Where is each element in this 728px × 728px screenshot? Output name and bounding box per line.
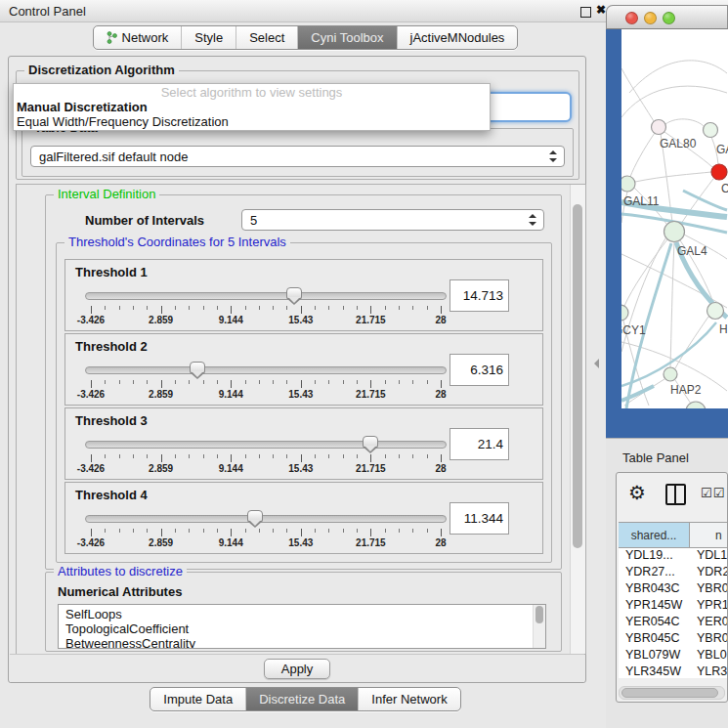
network-node[interactable]: [621, 305, 628, 321]
cell-name[interactable]: YBL0: [689, 648, 727, 664]
dropdown-option-equal-width[interactable]: Equal Width/Frequency Discretization: [14, 114, 490, 129]
table-row[interactable]: YBR043CYBR0: [619, 581, 727, 598]
list-scrollbar-thumb[interactable]: [535, 606, 543, 623]
tab-style[interactable]: Style: [181, 26, 236, 49]
numerical-attributes-list[interactable]: SelfLoopsTopologicalCoefficientBetweenne…: [58, 604, 546, 649]
threshold-slider[interactable]: [85, 436, 447, 453]
network-node[interactable]: [686, 402, 706, 408]
cell-shared-name[interactable]: YLR345W: [619, 664, 689, 678]
cell-shared-name[interactable]: YPR145W: [619, 598, 689, 615]
network-node[interactable]: [711, 164, 727, 180]
list-scrollbar[interactable]: [533, 605, 545, 648]
slider-track[interactable]: [85, 366, 447, 374]
threshold-value-field[interactable]: 14.713: [450, 279, 509, 312]
network-node[interactable]: [664, 367, 677, 381]
network-node[interactable]: [707, 303, 724, 320]
settings-gear-icon[interactable]: ⚙: [628, 481, 646, 504]
table-panel: Table Panel ⚙ ☑☑ shared... n YDL19...YDL…: [606, 438, 728, 728]
split-view-icon[interactable]: [665, 484, 686, 505]
network-node[interactable]: [652, 120, 666, 135]
cell-name[interactable]: YLR3: [689, 664, 727, 678]
number-of-intervals-value: 5: [250, 213, 257, 228]
threshold-slider[interactable]: [85, 362, 447, 379]
network-canvas[interactable]: GAL80GACGAL11GAL4GCY1HHAP2: [621, 29, 728, 408]
table-horizontal-scrollbar-thumb[interactable]: [621, 688, 718, 698]
attributes-panel: Attributes to discretize Numerical Attri…: [45, 572, 562, 652]
table-row[interactable]: YLR345WYLR3: [619, 664, 727, 678]
network-node[interactable]: [704, 123, 718, 138]
cell-name[interactable]: YDR2: [689, 565, 727, 581]
slider-thumb[interactable]: [247, 510, 263, 522]
column-header-name[interactable]: n: [690, 523, 727, 547]
cell-shared-name[interactable]: YBR045C: [619, 631, 689, 648]
panel-divider-arrow[interactable]: [594, 359, 599, 368]
float-window-icon[interactable]: [580, 7, 591, 18]
thresholds-panel: Threshold's Coordinates for 5 Intervals …: [56, 242, 552, 563]
slider-track[interactable]: [85, 441, 447, 449]
slider-thumb[interactable]: [190, 362, 205, 373]
slider-thumb[interactable]: [363, 436, 378, 448]
bottom-tab-bar: Impute DataDiscretize DataInfer Network: [150, 687, 460, 711]
minimize-traffic-light-icon[interactable]: [644, 12, 657, 24]
cell-name[interactable]: YPR1: [689, 598, 727, 615]
tab-infer-network[interactable]: Infer Network: [358, 688, 459, 710]
table-horizontal-scrollbar[interactable]: [619, 686, 725, 700]
tab-discretize-data[interactable]: Discretize Data: [245, 688, 358, 710]
cell-shared-name[interactable]: YBR043C: [619, 581, 689, 598]
close-icon[interactable]: ✖: [596, 3, 606, 17]
column-header-shared-name[interactable]: shared...: [619, 523, 690, 547]
table-row[interactable]: YDR27...YDR2: [619, 565, 727, 581]
vertical-scrollbar[interactable]: [570, 185, 585, 654]
zoom-traffic-light-icon[interactable]: [663, 12, 675, 24]
network-node[interactable]: [664, 222, 685, 242]
dropdown-option-manual[interactable]: Manual Discretization: [14, 100, 490, 114]
table-row[interactable]: YPR145WYPR1: [619, 598, 727, 615]
cell-shared-name[interactable]: YER054C: [619, 615, 689, 631]
number-of-intervals-combobox[interactable]: 5: [241, 209, 544, 231]
slider-track[interactable]: [85, 515, 447, 523]
dropdown-placeholder-option[interactable]: Select algorithm to view settings: [14, 84, 490, 100]
cell-name[interactable]: YER0: [689, 615, 727, 631]
slider-track[interactable]: [85, 292, 447, 300]
network-window-titlebar[interactable]: [606, 5, 728, 29]
column-checkboxes-icon[interactable]: ☑☑: [701, 486, 725, 500]
tab-jactivemnodules[interactable]: jActiveMNodules: [397, 26, 518, 49]
tab-impute-data[interactable]: Impute Data: [150, 688, 245, 710]
threshold-value-field[interactable]: 11.344: [450, 502, 509, 535]
cell-name[interactable]: YBR0: [689, 581, 727, 598]
network-canvas-svg: GAL80GACGAL11GAL4GCY1HHAP2: [621, 29, 728, 408]
table-row[interactable]: YBL079WYBL0: [619, 648, 727, 664]
table-row[interactable]: YBR045CYBR0: [619, 631, 727, 648]
threshold-value-field[interactable]: 6.316: [450, 354, 509, 386]
top-tab-bar: NetworkStyleSelectCyni ToolboxjActiveMNo…: [93, 25, 519, 50]
settings-scroll-area: Interval Definition Number of Intervals …: [16, 184, 586, 655]
threshold-slider[interactable]: [85, 287, 447, 305]
table-row[interactable]: YDL19...YDL1: [619, 548, 727, 565]
attribute-list-item[interactable]: SelfLoops: [59, 607, 534, 621]
threshold-slider[interactable]: [85, 510, 447, 528]
vertical-scrollbar-thumb[interactable]: [573, 204, 582, 548]
tab-select[interactable]: Select: [236, 26, 297, 49]
threshold-box-3: Threshold 3 -3.4262.8599.14415.4321.7152…: [64, 407, 543, 480]
close-traffic-light-icon[interactable]: [625, 12, 638, 24]
attribute-list-item[interactable]: TopologicalCoefficient: [59, 621, 534, 636]
slider-thumb[interactable]: [286, 287, 302, 299]
attributes-panel-title: Attributes to discretize: [54, 565, 187, 578]
table-data-combobox[interactable]: galFiltered.sif default node: [30, 146, 565, 167]
tab-network[interactable]: Network: [94, 26, 182, 49]
table-row[interactable]: YER054CYER0: [619, 615, 727, 631]
threshold-value-field[interactable]: 21.4: [450, 428, 509, 460]
cell-name[interactable]: YBR0: [689, 631, 727, 648]
cell-name[interactable]: YDL1: [689, 548, 727, 565]
apply-button[interactable]: Apply: [264, 659, 331, 679]
network-node[interactable]: [621, 176, 635, 192]
cell-shared-name[interactable]: YDR27...: [619, 565, 689, 581]
panel-title: Control Panel: [9, 4, 86, 19]
cell-shared-name[interactable]: YDL19...: [619, 548, 689, 565]
tab-cyni-toolbox[interactable]: Cyni Toolbox: [297, 26, 396, 49]
cell-shared-name[interactable]: YBL079W: [619, 648, 689, 664]
attribute-list-item[interactable]: BetweennessCentrality: [59, 636, 534, 649]
table-data-panel: Table Data galFiltered.sif default node: [21, 128, 574, 177]
network-icon: [107, 31, 117, 44]
table-data-value: galFiltered.sif default node: [39, 150, 188, 164]
